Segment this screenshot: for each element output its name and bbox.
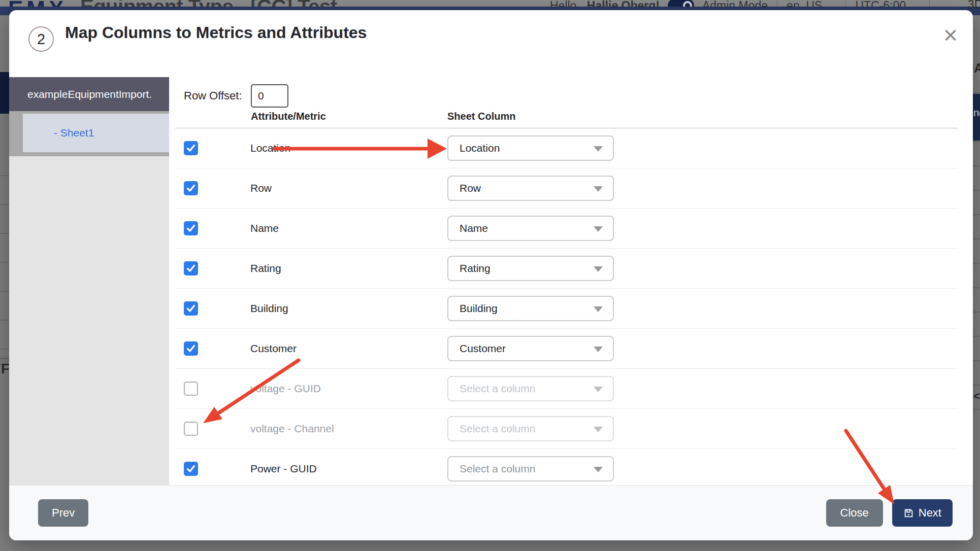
mapping-row: CustomerCustomer xyxy=(175,329,958,369)
chevron-down-icon xyxy=(594,146,603,152)
attribute-label: Name xyxy=(250,209,279,248)
mapping-row: voltage - GUIDSelect a column xyxy=(175,369,958,409)
footer-right-buttons: Close Next xyxy=(826,499,953,527)
mapping-row: RatingRating xyxy=(175,249,958,289)
attribute-label: Building xyxy=(250,289,288,328)
chevron-down-icon xyxy=(594,347,603,352)
row-offset-label: Row Offset: xyxy=(184,84,242,108)
attribute-label: Row xyxy=(250,168,272,208)
mapping-row: LocationLocation xyxy=(175,128,958,168)
chevron-down-icon xyxy=(594,387,603,392)
sheet-column-select: Select a column xyxy=(447,376,614,401)
chevron-down-icon xyxy=(594,427,603,432)
checkbox-checked[interactable] xyxy=(184,341,198,356)
background-right-text-fragment: A xyxy=(974,61,980,76)
select-value: Location xyxy=(460,136,500,160)
sheet-column-header: Sheet Column xyxy=(447,111,515,122)
chevron-down-icon xyxy=(594,306,603,312)
modal-title: Map Columns to Metrics and Attributes xyxy=(65,23,367,42)
mapping-row: Power - GUIDSelect a column xyxy=(175,449,958,489)
chevron-down-icon xyxy=(594,186,603,192)
checkbox-checked[interactable] xyxy=(184,301,198,316)
next-button-label: Next xyxy=(919,506,941,520)
select-value: Row xyxy=(460,177,481,200)
close-icon[interactable]: ✕ xyxy=(941,27,960,46)
select-value: Select a column xyxy=(460,417,535,440)
checkbox-checked[interactable] xyxy=(184,141,198,155)
background-right-button-fragment: ne xyxy=(973,94,980,141)
attribute-metric-header: Attribute/Metric xyxy=(251,111,326,122)
sheet-column-select[interactable]: Location xyxy=(447,135,614,161)
mapping-row: NameName xyxy=(175,209,958,249)
background-left-text-fragment: F xyxy=(1,361,10,377)
background-left-rows xyxy=(0,147,9,360)
sheet-column-select[interactable]: Select a column xyxy=(447,456,614,481)
checkbox-checked[interactable] xyxy=(184,221,198,235)
sheet-column-select[interactable]: Name xyxy=(447,216,614,241)
checkbox-checked[interactable] xyxy=(184,261,198,276)
sheet-column-select: Select a column xyxy=(447,416,614,441)
chevron-down-icon xyxy=(594,226,603,232)
chevron-left-fragment: < xyxy=(973,390,980,403)
select-value: Rating xyxy=(460,257,491,280)
mapping-row: BuildingBuilding xyxy=(175,289,958,329)
attribute-label: Power - GUID xyxy=(250,449,317,489)
mapping-row: RowRow xyxy=(175,168,958,209)
screenshot-root: EMX Equipment Type - [CC] Test Hello, Ha… xyxy=(0,0,980,551)
select-value: Building xyxy=(460,297,498,320)
sheet-column-select[interactable]: Row xyxy=(447,176,614,201)
row-offset-input[interactable] xyxy=(251,84,288,108)
select-value: Select a column xyxy=(460,457,535,480)
select-value: Customer xyxy=(460,337,506,360)
modal-body: exampleEquipmentImport. - Sheet1 Row Off… xyxy=(9,61,973,486)
attribute-label: Location xyxy=(250,128,290,168)
sidebar-panel xyxy=(9,156,169,486)
checkbox-unchecked[interactable] xyxy=(184,382,198,396)
checkbox-unchecked[interactable] xyxy=(184,422,198,436)
mapping-rows: LocationLocationRowRowNameNameRatingRati… xyxy=(175,128,958,489)
modal-footer: Prev Close Next xyxy=(9,485,973,540)
select-value: Select a column xyxy=(460,377,535,400)
chevron-down-icon xyxy=(594,266,603,272)
background-left-nav-block xyxy=(0,72,9,114)
map-columns-modal: 2 Map Columns to Metrics and Attributes … xyxy=(9,10,973,540)
checkbox-checked[interactable] xyxy=(184,181,198,195)
step-number-badge: 2 xyxy=(28,26,54,52)
sheet-column-select[interactable]: Building xyxy=(447,296,614,321)
checkbox-checked[interactable] xyxy=(184,462,198,476)
sheet-column-select[interactable]: Rating xyxy=(447,256,614,281)
modal-header: 2 Map Columns to Metrics and Attributes … xyxy=(9,10,973,61)
select-value: Name xyxy=(460,217,488,240)
background-right-top-fragment: 3D xyxy=(968,0,980,12)
attribute-label: Rating xyxy=(250,249,281,288)
close-button[interactable]: Close xyxy=(826,499,883,527)
attribute-label: Customer xyxy=(250,329,297,368)
chevron-down-icon xyxy=(594,467,603,472)
sheet-tab[interactable]: - Sheet1 xyxy=(23,114,169,152)
sheet-column-select[interactable]: Customer xyxy=(447,336,614,361)
mapping-content: Row Offset: Attribute/Metric Sheet Colum… xyxy=(175,61,958,486)
next-button[interactable]: Next xyxy=(892,499,953,527)
prev-button[interactable]: Prev xyxy=(38,499,88,527)
attribute-label: voltage - Channel xyxy=(250,409,334,449)
mapping-row: voltage - ChannelSelect a column xyxy=(175,409,958,449)
attribute-label: voltage - GUID xyxy=(250,369,321,408)
file-tab[interactable]: exampleEquipmentImport. xyxy=(9,77,169,111)
save-icon xyxy=(903,508,914,519)
